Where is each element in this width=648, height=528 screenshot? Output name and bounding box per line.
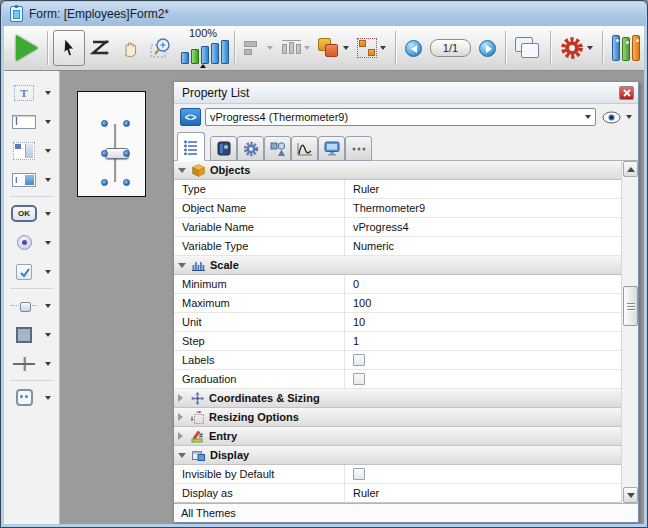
property-row-minimum[interactable]: Minimum 0 <box>174 275 621 294</box>
tab-book[interactable] <box>210 136 237 161</box>
settings-button[interactable] <box>556 30 597 66</box>
text-tool-icon: T <box>14 85 34 101</box>
property-value[interactable]: 1 <box>345 332 621 350</box>
move-tool-button[interactable] <box>115 30 145 66</box>
property-value[interactable]: 0 <box>345 275 621 293</box>
section-header-scale[interactable]: Scale <box>174 256 621 275</box>
level-button[interactable] <box>314 30 353 66</box>
checkbox-unchecked[interactable] <box>353 354 365 366</box>
listbox-tool[interactable] <box>4 136 59 165</box>
slider-tool[interactable] <box>4 291 59 320</box>
chevron-down-icon[interactable] <box>45 304 51 308</box>
themes-status-bar[interactable]: All Themes <box>174 503 638 522</box>
chevron-down-icon[interactable] <box>45 396 51 400</box>
tab-display[interactable] <box>318 136 345 161</box>
property-value[interactable]: Ruler <box>345 484 621 502</box>
checkbox-unchecked[interactable] <box>353 468 365 480</box>
previous-page-button[interactable] <box>401 30 426 66</box>
tool-separator <box>10 196 53 197</box>
form-list-button[interactable] <box>511 30 545 66</box>
property-value[interactable]: 10 <box>345 313 621 331</box>
zoom-level-control[interactable]: 100% <box>181 28 229 68</box>
tab-settings[interactable] <box>237 136 264 161</box>
page-indicator[interactable]: 1/1 <box>430 39 471 57</box>
zoom-bar-1[interactable] <box>181 52 189 64</box>
property-row-maximum[interactable]: Maximum 100 <box>174 294 621 313</box>
visibility-menu-button[interactable] <box>600 111 632 124</box>
selection-handle[interactable] <box>101 179 108 186</box>
scrollbar-thumb[interactable] <box>623 286 638 326</box>
property-row-labels[interactable]: Labels <box>174 351 621 370</box>
window-titlebar[interactable]: Form: [Employees]Form2* <box>2 2 646 26</box>
library-button[interactable] <box>608 30 644 66</box>
section-header-entry[interactable]: # Entry <box>174 427 621 446</box>
scroll-down-button[interactable] <box>623 487 638 503</box>
property-value[interactable]: vProgress4 <box>345 218 621 236</box>
zoom-bar-4[interactable] <box>211 43 219 64</box>
object-selector-dropdown[interactable]: vProgress4 (Thermometer9) <box>205 108 596 126</box>
select-tool-button[interactable] <box>53 30 85 66</box>
selection-handle[interactable] <box>101 150 108 157</box>
section-header-display[interactable]: Display <box>174 446 621 465</box>
chevron-down-icon[interactable] <box>45 333 51 337</box>
object-selector-icon[interactable]: <> <box>180 108 201 126</box>
plugin-tool[interactable] <box>4 383 59 412</box>
close-button[interactable] <box>619 86 634 100</box>
splitter-tool[interactable] <box>4 349 59 378</box>
chevron-down-icon[interactable] <box>45 270 51 274</box>
chevron-down-icon[interactable] <box>45 241 51 245</box>
checkbox-tool[interactable] <box>4 257 59 286</box>
checkbox-unchecked[interactable] <box>353 373 365 385</box>
tab-more[interactable] <box>345 136 372 161</box>
property-row-graduation[interactable]: Graduation <box>174 370 621 389</box>
section-header-objects[interactable]: Objects <box>174 161 621 180</box>
property-list-header[interactable]: Property List <box>174 82 638 104</box>
selection-handle[interactable] <box>101 120 108 127</box>
property-value[interactable]: 100 <box>345 294 621 312</box>
zoom-tool-button[interactable] <box>145 30 177 66</box>
tab-events[interactable] <box>291 136 318 161</box>
property-row-display-as[interactable]: Display as Ruler <box>174 484 621 503</box>
combobox-tool[interactable]: I <box>4 165 59 194</box>
execute-form-button[interactable] <box>12 30 42 66</box>
property-row-variable-name[interactable]: Variable Name vProgress4 <box>174 218 621 237</box>
zoom-bar-5[interactable] <box>221 40 229 64</box>
section-header-resizing[interactable]: Resizing Options <box>174 408 621 427</box>
property-value[interactable]: Numeric <box>345 237 621 255</box>
chevron-down-icon[interactable] <box>45 149 51 153</box>
group-button[interactable] <box>353 30 390 66</box>
tab-property-list[interactable] <box>177 132 205 161</box>
property-row-unit[interactable]: Unit 10 <box>174 313 621 332</box>
scroll-up-button[interactable] <box>623 161 638 177</box>
next-page-button[interactable] <box>475 30 500 66</box>
chevron-down-icon[interactable] <box>45 91 51 95</box>
chevron-down-icon[interactable] <box>45 120 51 124</box>
rectangle-tool[interactable] <box>4 320 59 349</box>
entry-order-button[interactable] <box>85 30 115 66</box>
property-row-object-name[interactable]: Object Name Thermometer9 <box>174 199 621 218</box>
radio-tool[interactable] <box>4 228 59 257</box>
section-header-coordinates[interactable]: Coordinates & Sizing <box>174 389 621 408</box>
property-value[interactable]: Thermometer9 <box>345 199 621 217</box>
property-row-variable-type[interactable]: Variable Type Numeric <box>174 237 621 256</box>
chevron-down-icon[interactable] <box>45 212 51 216</box>
selection-handle[interactable] <box>123 120 130 127</box>
zoom-bars[interactable] <box>181 40 229 64</box>
chevron-down-icon[interactable] <box>45 362 51 366</box>
input-tool[interactable]: I <box>4 107 59 136</box>
zoom-bar-3[interactable] <box>201 46 209 64</box>
selection-handle[interactable] <box>123 150 130 157</box>
text-tool[interactable]: T <box>4 78 59 107</box>
property-row-invisible-by-default[interactable]: Invisible by Default <box>174 465 621 484</box>
form-canvas-page[interactable] <box>77 91 146 197</box>
button-tool[interactable]: OK <box>4 199 59 228</box>
property-row-type[interactable]: Type Ruler <box>174 180 621 199</box>
property-row-step[interactable]: Step 1 <box>174 332 621 351</box>
chevron-down-icon[interactable] <box>45 178 51 182</box>
property-scrollbar[interactable] <box>621 161 638 503</box>
tab-shapes[interactable] <box>264 136 291 161</box>
selection-handle[interactable] <box>123 179 130 186</box>
zoom-bar-current[interactable] <box>191 49 199 64</box>
property-value[interactable]: Ruler <box>345 180 621 198</box>
distribute-button[interactable] <box>277 30 314 66</box>
